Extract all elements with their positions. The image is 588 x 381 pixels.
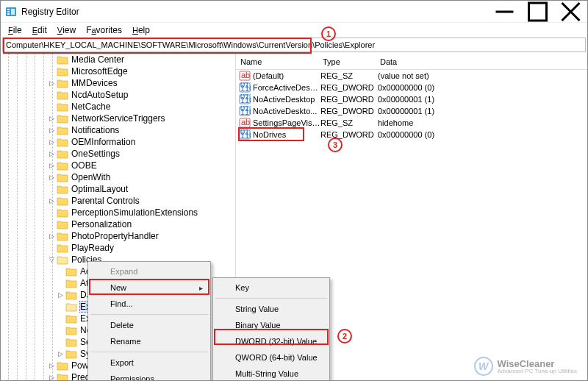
tree-item[interactable]: ▷Notifications bbox=[4, 124, 235, 136]
folder-icon bbox=[57, 149, 68, 159]
watermark-logo-icon: W bbox=[474, 357, 493, 376]
tree-item[interactable]: ▷NetworkServiceTriggers bbox=[4, 113, 235, 124]
tree-item[interactable]: NcdAutoSetup bbox=[4, 89, 235, 101]
tree-item[interactable]: ▷OOBE bbox=[4, 160, 235, 171]
expand-icon[interactable]: ▷ bbox=[48, 127, 56, 134]
registry-value-row[interactable]: 011110ForceActiveDesk...REG_DWORD0x00000… bbox=[236, 82, 587, 93]
svg-text:ab: ab bbox=[241, 71, 250, 79]
menu-file[interactable]: File bbox=[4, 24, 26, 37]
svg-text:110: 110 bbox=[240, 96, 251, 104]
expand-icon[interactable]: ▷ bbox=[48, 197, 56, 204]
expand-icon[interactable]: ▷ bbox=[48, 115, 56, 122]
folder-icon bbox=[57, 126, 68, 135]
folder-icon bbox=[57, 161, 68, 171]
watermark: W WiseCleaner Advanced PC Tune-up Utilit… bbox=[474, 357, 578, 376]
expand-icon[interactable]: ▷ bbox=[48, 150, 56, 157]
expand-icon[interactable]: ▷ bbox=[48, 174, 56, 181]
new-key[interactable]: Key bbox=[215, 279, 328, 296]
svg-text:110: 110 bbox=[240, 131, 251, 140]
col-data[interactable]: Data bbox=[376, 57, 587, 66]
folder-icon bbox=[65, 279, 77, 288]
maximize-button[interactable] bbox=[521, 1, 554, 23]
expand-icon[interactable]: ▷ bbox=[48, 374, 56, 380]
menu-favorites[interactable]: Favorites bbox=[82, 24, 126, 37]
string-icon: ab bbox=[239, 71, 251, 81]
minimize-button[interactable] bbox=[488, 1, 521, 23]
expand-icon[interactable]: ▷ bbox=[57, 291, 65, 299]
close-button[interactable] bbox=[554, 1, 587, 23]
folder-icon bbox=[57, 79, 68, 88]
value-name: NoActiveDesktop bbox=[253, 95, 320, 104]
expand-icon[interactable]: ▷ bbox=[48, 232, 56, 240]
folder-icon bbox=[65, 326, 77, 335]
expand-icon[interactable]: ▷ bbox=[48, 162, 56, 169]
tree-item[interactable]: ▷Parental Controls bbox=[4, 195, 235, 207]
folder-icon bbox=[57, 232, 68, 241]
tree-label: PerceptionSimulationExtensions bbox=[71, 207, 198, 218]
tree-item[interactable]: NetCache bbox=[4, 101, 235, 113]
new-binary[interactable]: Binary Value bbox=[215, 317, 328, 333]
tree-label: Parental Controls bbox=[71, 196, 140, 206]
registry-value-row[interactable]: ab(Default)REG_SZ(value not set) bbox=[236, 70, 587, 82]
value-data: hidehome bbox=[378, 118, 587, 127]
ctx-export[interactable]: Export bbox=[90, 355, 209, 371]
registry-value-row[interactable]: abSettingsPageVisi...REG_SZhidehome bbox=[236, 117, 587, 129]
folder-icon bbox=[65, 314, 77, 324]
tree-item[interactable]: ▷OneSettings bbox=[4, 148, 235, 160]
regedit-icon bbox=[5, 6, 17, 18]
menu-help[interactable]: Help bbox=[128, 24, 154, 37]
registry-value-row[interactable]: 011110NoActiveDesktopREG_DWORD0x00000001… bbox=[236, 93, 587, 105]
tree-item[interactable]: ▷OpenWith bbox=[4, 171, 235, 183]
menu-view[interactable]: View bbox=[53, 24, 80, 37]
window-title: Registry Editor bbox=[21, 7, 79, 17]
svg-rect-4 bbox=[11, 9, 15, 15]
folder-icon bbox=[57, 102, 68, 112]
tree-label: OptimalLayout bbox=[71, 184, 129, 194]
binary-icon: 011110 bbox=[239, 129, 251, 140]
context-submenu-new[interactable]: KeyString ValueBinary ValueDWORD (32-bit… bbox=[212, 277, 330, 381]
value-type: REG_DWORD bbox=[320, 83, 378, 92]
new-dword32[interactable]: DWORD (32-bit) Value bbox=[215, 333, 328, 349]
new-qword64[interactable]: QWORD (64-bit) Value bbox=[215, 349, 328, 366]
svg-text:110: 110 bbox=[240, 107, 251, 116]
tree-item[interactable]: ▷OEMInformation bbox=[4, 136, 235, 148]
col-name[interactable]: Name bbox=[236, 57, 318, 66]
ctx-rename[interactable]: Rename bbox=[90, 333, 209, 349]
new-string[interactable]: String Value bbox=[215, 301, 328, 317]
value-data: 0x00000001 (1) bbox=[378, 107, 587, 115]
tree-item[interactable]: OptimalLayout bbox=[4, 183, 235, 195]
address-bar[interactable]: Computer\HKEY_LOCAL_MACHINE\SOFTWARE\Mic… bbox=[2, 38, 586, 52]
value-name: NoActiveDeskto... bbox=[253, 107, 320, 115]
value-name: NoDrives bbox=[253, 130, 320, 139]
tree-item[interactable]: ▷MMDevices bbox=[4, 77, 235, 89]
tree-item[interactable]: PerceptionSimulationExtensions bbox=[4, 207, 235, 218]
expand-icon[interactable]: ▽ bbox=[48, 256, 56, 263]
registry-value-row[interactable]: 011110NoDrivesREG_DWORD0x00000000 (0) bbox=[236, 129, 587, 140]
tree-item[interactable]: ▷PhotoPropertyHandler bbox=[4, 230, 235, 242]
tree-item[interactable]: MicrosoftEdge bbox=[4, 65, 235, 77]
context-menu[interactable]: ExpandNewFind...DeleteRenameExportPermis… bbox=[87, 261, 211, 381]
folder-icon bbox=[57, 114, 68, 124]
ctx-find[interactable]: Find... bbox=[90, 296, 209, 312]
window-controls bbox=[488, 1, 587, 23]
expand-icon[interactable]: ▷ bbox=[57, 350, 65, 357]
values-header: Name Type Data bbox=[236, 54, 587, 70]
new-multistring[interactable]: Multi-String Value bbox=[215, 366, 328, 381]
svg-rect-3 bbox=[7, 13, 10, 15]
expand-icon[interactable]: ▷ bbox=[48, 362, 56, 369]
registry-value-row[interactable]: 011110NoActiveDeskto...REG_DWORD0x000000… bbox=[236, 105, 587, 117]
binary-icon: 011110 bbox=[239, 82, 251, 93]
folder-icon bbox=[65, 349, 77, 359]
tree-item[interactable]: Media Center bbox=[4, 54, 235, 65]
ctx-permissions[interactable]: Permissions... bbox=[90, 371, 209, 381]
tree-item[interactable]: PlayReady bbox=[4, 242, 235, 254]
svg-rect-6 bbox=[529, 3, 547, 21]
expand-icon[interactable]: ▷ bbox=[48, 138, 56, 146]
col-type[interactable]: Type bbox=[318, 57, 376, 66]
tree-item[interactable]: Personalization bbox=[4, 218, 235, 230]
menu-edit[interactable]: Edit bbox=[28, 24, 51, 37]
expand-icon[interactable]: ▷ bbox=[48, 79, 56, 87]
value-data: 0x00000001 (1) bbox=[378, 95, 587, 104]
ctx-delete[interactable]: Delete bbox=[90, 317, 209, 333]
ctx-new[interactable]: New bbox=[90, 279, 209, 296]
